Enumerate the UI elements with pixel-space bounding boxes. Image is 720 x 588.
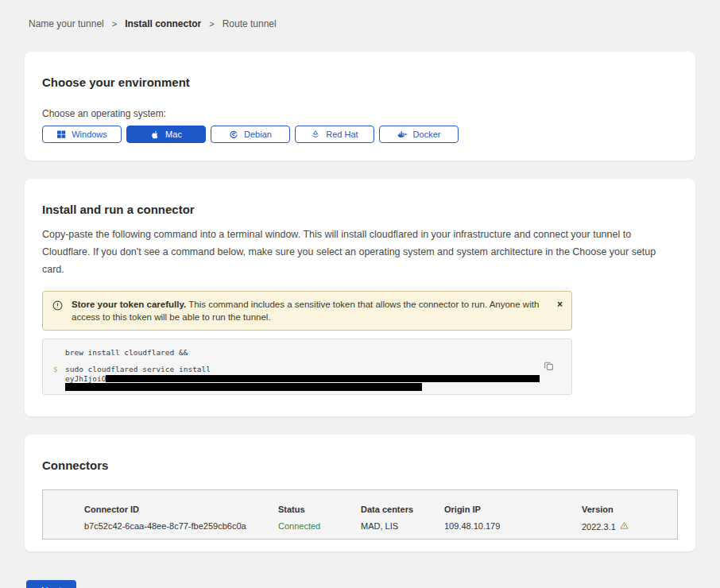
header-connector-id: Connector ID (84, 505, 278, 514)
token-prefix: eyJhIjoiO (65, 375, 106, 382)
alert-circle-icon (52, 300, 63, 314)
connectors-table: Connector ID Status Data centers Origin … (42, 489, 678, 540)
os-button-label: Debian (244, 130, 272, 139)
next-button[interactable]: Next (26, 580, 76, 588)
code-line-brew: brew install cloudflared && (65, 348, 540, 357)
breadcrumb-separator: > (112, 19, 117, 29)
apple-icon (150, 130, 160, 140)
os-button-label: Docker (413, 130, 441, 139)
tunnel-setup-page: Name your tunnel > Install connector > R… (0, 0, 720, 588)
connectors-card: Connectors Connector ID Status Data cent… (25, 435, 695, 551)
windows-icon (56, 130, 66, 139)
breadcrumb-install-connector[interactable]: Install connector (125, 18, 201, 29)
install-command-block: brew install cloudflared && $sudo cloudf… (42, 338, 572, 395)
os-button-label: Red Hat (326, 130, 358, 139)
version-cell: 2022.3.1 (582, 521, 677, 532)
install-connector-card: Install and run a connector Copy-paste t… (25, 179, 695, 416)
header-origin-ip: Origin IP (444, 505, 582, 514)
os-select-label: Choose an operating system: (42, 108, 678, 119)
docker-whale-icon (397, 130, 408, 139)
data-centers-value: MAD, LIS (361, 521, 444, 532)
version-warning-icon (620, 521, 629, 532)
redacted-token-bar (65, 383, 422, 391)
token-warning-banner: Store your token carefully. This command… (42, 291, 572, 331)
connectors-table-header: Connector ID Status Data centers Origin … (84, 505, 677, 514)
status-badge: Connected (278, 521, 361, 532)
token-line: eyJhIjoiO (65, 375, 540, 382)
shell-prompt: $ (53, 366, 58, 373)
environment-card-title: Choose your environment (42, 75, 678, 89)
os-button-docker[interactable]: Docker (379, 126, 459, 143)
redacted-token-bar (106, 375, 540, 382)
copy-command-button[interactable] (544, 361, 554, 373)
header-version: Version (582, 505, 677, 514)
os-button-label: Windows (72, 130, 107, 139)
warning-title: Store your token carefully. (72, 300, 186, 309)
close-icon[interactable]: × (557, 300, 563, 309)
os-button-label: Mac (165, 130, 182, 139)
debian-swirl-icon (229, 130, 238, 139)
breadcrumb-name-your-tunnel[interactable]: Name your tunnel (29, 18, 104, 29)
origin-ip-value: 109.48.10.179 (444, 521, 582, 532)
connector-id-value: b7c52c42-6caa-48ee-8c77-fbe259cb6c0a (84, 521, 278, 532)
choose-environment-card: Choose your environment Choose an operat… (25, 52, 695, 161)
breadcrumb: Name your tunnel > Install connector > R… (25, 18, 695, 29)
code-line-service-install: $sudo cloudflared service install (65, 366, 540, 373)
os-button-redhat[interactable]: Red Hat (295, 126, 374, 143)
os-button-row: Windows Mac Debian (42, 126, 678, 143)
header-data-centers: Data centers (361, 505, 444, 514)
connectors-card-title: Connectors (42, 458, 678, 472)
os-button-mac[interactable]: Mac (126, 126, 206, 143)
breadcrumb-route-tunnel[interactable]: Route tunnel (223, 18, 277, 29)
breadcrumb-separator: > (209, 19, 214, 29)
os-button-windows[interactable]: Windows (42, 126, 122, 143)
code-line-text: sudo cloudflared service install (65, 365, 211, 373)
version-value: 2022.3.1 (582, 522, 616, 532)
os-button-debian[interactable]: Debian (211, 126, 290, 143)
table-row: b7c52c42-6caa-48ee-8c77-fbe259cb6c0a Con… (84, 521, 677, 532)
redhat-icon (311, 130, 320, 139)
connector-description: Copy-paste the following command into a … (42, 226, 678, 278)
header-status: Status (278, 505, 361, 514)
connector-card-title: Install and run a connector (42, 203, 678, 216)
